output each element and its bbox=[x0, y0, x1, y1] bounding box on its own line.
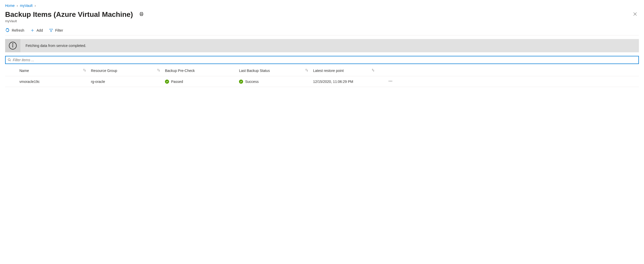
svg-point-10 bbox=[13, 44, 13, 44]
svg-point-14 bbox=[390, 81, 391, 81]
sort-icon bbox=[305, 68, 308, 73]
cell-last-status-text: Success bbox=[245, 80, 259, 84]
add-label: Add bbox=[37, 28, 43, 32]
col-pre-check-label: Backup Pre-Check bbox=[165, 69, 195, 73]
col-restore-point[interactable]: Latest restore point bbox=[313, 68, 379, 73]
sort-icon bbox=[157, 68, 160, 73]
col-name[interactable]: Name bbox=[19, 68, 91, 73]
cell-name: vmoracle19c bbox=[19, 80, 91, 84]
breadcrumb: Home › myVault › bbox=[5, 3, 639, 10]
col-name-label: Name bbox=[19, 69, 29, 73]
cell-pre-check: Passed bbox=[165, 80, 239, 84]
table-row[interactable]: vmoracle19c rg-oracle Passed Success 12/… bbox=[5, 76, 639, 87]
chevron-right-icon: › bbox=[35, 4, 36, 8]
col-last-status[interactable]: Last Backup Status bbox=[239, 68, 313, 73]
add-button[interactable]: Add bbox=[30, 28, 43, 32]
row-more-button[interactable] bbox=[388, 79, 395, 84]
breadcrumb-home[interactable]: Home bbox=[5, 4, 15, 8]
table-header: Name Resource Group bbox=[5, 65, 639, 76]
search-icon bbox=[8, 58, 11, 62]
svg-point-15 bbox=[391, 81, 392, 81]
sort-icon bbox=[371, 68, 375, 73]
svg-line-12 bbox=[10, 60, 11, 61]
check-circle-icon bbox=[239, 80, 243, 84]
page-title: Backup Items (Azure Virtual Machine) bbox=[5, 10, 133, 19]
svg-point-11 bbox=[8, 59, 10, 61]
cell-pre-check-text: Passed bbox=[171, 80, 183, 84]
more-horizontal-icon bbox=[388, 79, 393, 83]
chevron-right-icon: › bbox=[17, 4, 18, 8]
info-banner: Fetching data from service completed. bbox=[5, 39, 639, 52]
info-icon bbox=[5, 39, 20, 52]
close-icon[interactable] bbox=[631, 10, 639, 19]
svg-marker-7 bbox=[50, 29, 53, 32]
refresh-button[interactable]: Refresh bbox=[5, 28, 24, 33]
breadcrumb-vault[interactable]: myVault bbox=[20, 4, 33, 8]
col-pre-check[interactable]: Backup Pre-Check bbox=[165, 69, 239, 73]
info-banner-message: Fetching data from service completed. bbox=[20, 39, 91, 52]
refresh-label: Refresh bbox=[12, 28, 24, 32]
filter-input[interactable] bbox=[13, 57, 636, 62]
backup-items-table: Name Resource Group bbox=[5, 65, 639, 87]
filter-button[interactable]: Filter bbox=[49, 28, 63, 32]
col-last-status-label: Last Backup Status bbox=[239, 69, 270, 73]
check-circle-icon bbox=[165, 80, 169, 84]
col-restore-point-label: Latest restore point bbox=[313, 69, 344, 73]
cell-restore-point: 12/15/2020, 11:06:29 PM bbox=[313, 80, 379, 84]
col-resource-group[interactable]: Resource Group bbox=[91, 68, 165, 73]
page-subtitle: myVault bbox=[5, 19, 639, 23]
filter-input-wrap[interactable] bbox=[5, 56, 639, 64]
cell-resource-group: rg-oracle bbox=[91, 80, 165, 84]
col-resource-group-label: Resource Group bbox=[91, 69, 117, 73]
print-icon[interactable] bbox=[139, 12, 144, 17]
cell-last-status: Success bbox=[239, 80, 313, 84]
toolbar: Refresh Add Filter bbox=[5, 24, 639, 35]
filter-label: Filter bbox=[55, 28, 63, 32]
svg-point-13 bbox=[389, 81, 389, 81]
sort-icon bbox=[83, 68, 86, 73]
